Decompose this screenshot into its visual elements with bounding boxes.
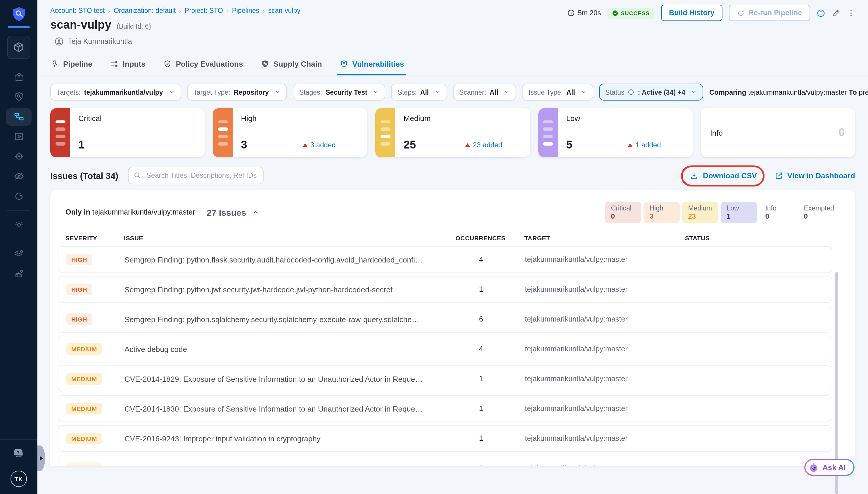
more-options-button[interactable] [847,8,855,17]
card-info[interactable]: Info 0 [701,108,855,157]
layers-gear-icon [13,248,24,260]
ask-ai-button[interactable]: Ask AI [804,459,854,476]
filter-dropdown[interactable]: Target Type: Repository [187,83,287,100]
tab-label: Inputs [123,60,146,69]
target-icon [13,151,24,162]
module-selector[interactable] [7,35,31,59]
filter-dropdown[interactable]: Steps: All [391,83,447,100]
filter-label: Scanner: [459,89,486,96]
added-link[interactable]: 3 added [303,141,336,149]
severity-chip[interactable]: High 3 [643,202,680,223]
filter-dropdown[interactable]: Stages: Security Test [293,83,385,100]
sidebar-item-getting-started[interactable] [0,186,37,206]
page-header: Account: STO test › Organization: defaul… [37,0,868,46]
search-input[interactable] [128,167,264,184]
card-medium[interactable]: Medium 25 23 added [375,108,530,157]
filter-value: tejakummarikuntla/vulpy [84,89,163,96]
added-link[interactable]: 1 added [628,141,661,149]
build-history-button[interactable]: Build History [661,5,723,21]
pencil-icon [832,8,841,17]
module-cube-icon [12,41,25,54]
severity-chip[interactable]: Exempted 0 [798,202,840,223]
card-high[interactable]: High 3 3 added [213,108,367,157]
kebab-menu-icon [847,8,855,17]
filter-dropdown[interactable]: Scanner: All [453,83,516,100]
filter-value: : Active (34) +4 [638,89,685,96]
filter-dropdown[interactable]: Issue Type: All [522,83,593,100]
sidebar-item-default-settings[interactable] [0,244,37,264]
tab-pipeline[interactable]: Pipeline [50,53,92,75]
sidebar-item-settings[interactable] [0,215,37,235]
filter-value: All [566,89,575,96]
severity-chip[interactable]: Medium 23 [682,202,718,223]
table-row[interactable]: MEDIUM CVE-2017-11424: PyJWT... 1 tejaku… [58,455,832,466]
build-author: Teja Kummarikuntla [50,37,855,46]
tab-policy-evaluations[interactable]: Policy Evaluations [163,53,243,75]
added-link[interactable]: 23 added [465,141,502,149]
sidebar-item-baselines[interactable] [0,166,37,186]
table-row[interactable]: MEDIUM CVE-2014-1830: Exposure of Sensit… [58,395,832,422]
tab-inputs[interactable]: Inputs [110,53,146,75]
org-gear-icon [13,268,24,280]
breadcrumb-link[interactable]: Project: STO [185,7,223,14]
app-window: ? TK Account: STO test › Organizat [0,0,868,494]
filter-dropdown-status[interactable]: Status : Active (34) +4 [599,83,703,100]
tab-supply-chain[interactable]: Supply Chain [261,53,322,75]
sidebar-item-pipelines[interactable] [0,107,37,127]
help-chat-button[interactable]: ? [12,447,25,462]
filter-dropdown[interactable]: Targets: tejakummarikuntla/vulpy [50,83,181,100]
severity-chip[interactable]: Critical 0 [605,202,641,223]
sidebar-item-home[interactable] [0,67,37,87]
breadcrumb-item: Account: STO test › [50,7,110,14]
sidebar-item-org-settings[interactable] [0,264,37,284]
sidebar-item-executions[interactable] [0,127,37,147]
severity-badge: HIGH [66,254,92,265]
breadcrumb-item: Project: STO › [185,7,229,14]
target-name: tejakummarikuntla/vulpy:master [525,375,686,383]
occurrences-count: 1 [437,404,525,413]
user-avatar[interactable]: TK [11,471,27,487]
chip-count: 0 [611,212,635,220]
table-row[interactable]: MEDIUM CVE-2014-1829: Exposure of Sensit… [58,365,832,392]
download-csv-button[interactable]: Download CSV [690,171,757,180]
chip-count: 0 [765,212,790,220]
severity-chip[interactable]: Info 0 [759,202,795,223]
table-row[interactable]: MEDIUM Active debug code 4 tejakummariku… [58,336,832,362]
chip-label: Exempted [804,204,834,211]
card-critical[interactable]: Critical 1 [50,108,205,157]
issue-title: CVE-2014-1829: Exposure of Sensitive Inf… [124,375,437,383]
tab-vulnerabilities[interactable]: Vulnerabilities [340,53,404,75]
view-in-dashboard-button[interactable]: View in Dashboard [774,171,855,180]
chip-count: 1 [727,212,751,220]
sidebar-item-targets[interactable] [0,147,37,166]
download-icon [690,171,699,180]
scan-shield-icon [13,91,24,102]
pipelines-icon [13,111,24,122]
card-low[interactable]: Low 5 1 added [538,108,692,157]
table-row[interactable]: HIGH Semgrep Finding: python.sqlalchemy.… [58,306,832,332]
shield-vulnerability-icon [340,60,348,69]
info-button[interactable] [816,8,825,17]
table-row[interactable]: HIGH Semgrep Finding: python.jwt.securit… [58,276,832,303]
col-occurrences: OCCURRENCES [437,234,524,242]
occurrences-count: 4 [437,345,525,353]
table-row[interactable]: MEDIUM CVE-2016-9243: Improper input val… [58,425,832,452]
collapse-group-button[interactable] [252,208,259,216]
sto-logo[interactable] [7,6,30,28]
breadcrumb-link[interactable]: Organization: default [114,7,176,14]
breadcrumb-link[interactable]: scan-vulpy [268,7,301,14]
table-row[interactable]: HIGH Semgrep Finding: python.flask.secur… [58,246,832,273]
executions-icon [13,131,24,142]
rerun-pipeline-button[interactable]: Re-run Pipeline [729,5,810,21]
sidebar-item-scans[interactable] [0,87,37,107]
edit-pipeline-button[interactable] [832,8,841,17]
chevron-down-icon [691,89,697,96]
chevron-down-icon [435,89,440,96]
breadcrumb-link[interactable]: Pipelines [232,7,259,14]
severity-chip[interactable]: Low 1 [721,202,757,223]
breadcrumb-link[interactable]: Account: STO test [50,7,104,14]
filter-value: Repository [234,89,269,96]
occurrences-count: 1 [437,375,525,383]
chip-label: High [650,204,674,211]
filter-label: Targets: [57,89,81,96]
